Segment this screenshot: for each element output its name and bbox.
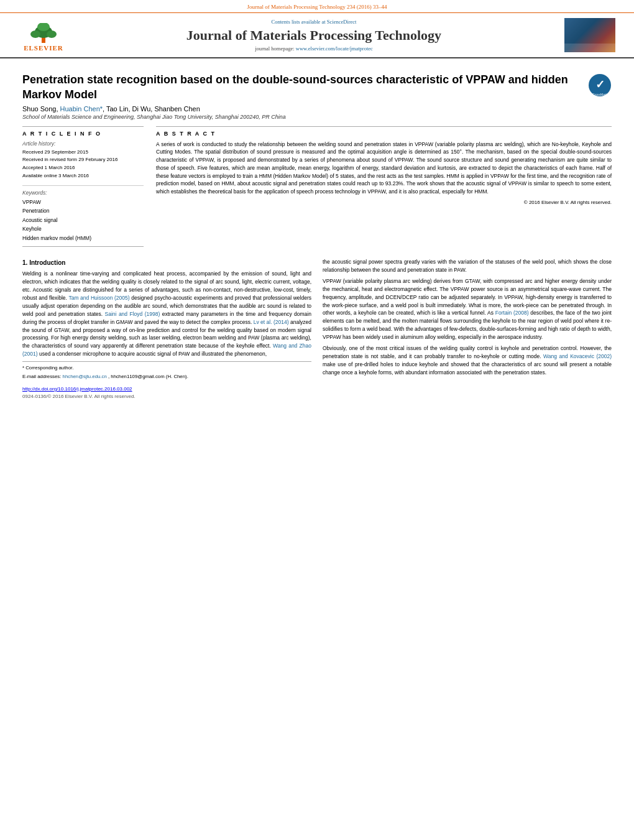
body-col-right: the acoustic signal power spectra greatl…: [323, 258, 612, 400]
footnote-corresponding: * Corresponding author.: [22, 364, 311, 372]
abstract-title: A B S T R A C T: [156, 131, 612, 137]
journal-title: Journal of Materials Processing Technolo…: [68, 27, 559, 44]
homepage-url[interactable]: www.elsevier.com/locate/jmatprotec: [296, 45, 373, 52]
elsevier-tree-icon: [28, 23, 59, 43]
keyword-4: Keyhole: [22, 224, 144, 233]
journal-citation-link[interactable]: Journal of Materials Processing Technolo…: [247, 4, 387, 10]
svg-text:CrossMark: CrossMark: [592, 93, 608, 96]
abstract-col: A B S T R A C T A series of work is cond…: [156, 126, 612, 247]
abstract-text: A series of work is conducted to study t…: [156, 141, 612, 196]
ref-lv-et-al[interactable]: Lv et al. (2014): [254, 319, 289, 325]
article-history-label: Article history:: [22, 141, 144, 147]
article-main: Penetration state recognition based on t…: [0, 58, 634, 409]
body-para-right-2: VPPAW (variable polarity plasma arc weld…: [323, 277, 612, 341]
ref-saini-floyd[interactable]: Saini and Floyd (1998): [105, 311, 160, 317]
keywords-label: Keywords:: [22, 190, 144, 196]
sciencedirect-link[interactable]: ScienceDirect: [327, 19, 357, 25]
svg-point-2: [30, 30, 40, 38]
body-para-1: Welding is a nonlinear time-varying and …: [22, 270, 311, 358]
svg-point-3: [47, 30, 57, 38]
body-content: 1. Introduction Welding is a nonlinear t…: [22, 253, 612, 400]
body-para-right-1: the acoustic signal power spectra greatl…: [323, 258, 612, 274]
top-journal-citation: Journal of Materials Processing Technolo…: [0, 0, 634, 13]
keyword-2: Penetration: [22, 206, 144, 215]
crossmark-icon: ✓ CrossMark: [588, 73, 612, 97]
journal-homepage: journal homepage: www.elsevier.com/locat…: [68, 45, 559, 52]
ref-fortain[interactable]: Fortain (2008): [495, 310, 529, 316]
article-info-abstract-section: A R T I C L E I N F O Article history: R…: [22, 126, 612, 247]
elsevier-text: ELSEVIER: [24, 44, 63, 52]
footnote-email: E-mail addresses: hhchen@sjtu.edu.cn , h…: [22, 373, 311, 381]
article-title: Penetration state recognition based on t…: [22, 72, 588, 103]
article-info-col: A R T I C L E I N F O Article history: R…: [22, 126, 144, 247]
journal-header: ELSEVIER Contents lists available at Sci…: [0, 13, 634, 58]
article-authors: Shuo Song, Huabin Chen*, Tao Lin, Di Wu,…: [22, 105, 612, 113]
body-para-right-3: Obviously, one of the most critical issu…: [323, 344, 612, 377]
journal-thumbnail: [564, 18, 615, 52]
info-divider: [22, 185, 144, 186]
article-title-section: Penetration state recognition based on t…: [22, 67, 612, 103]
article-dates: Received 29 September 2015 Received in r…: [22, 149, 144, 180]
keywords-list: VPPAW Penetration Acoustic signal Keyhol…: [22, 198, 144, 242]
doi-line: http://dx.doi.org/10.1016/j.jmatprotec.2…: [22, 385, 311, 393]
contents-available: Contents lists available at ScienceDirec…: [68, 19, 559, 25]
doi-link[interactable]: http://dx.doi.org/10.1016/j.jmatprotec.2…: [22, 386, 132, 392]
footnote-section: * Corresponding author. E-mail addresses…: [22, 361, 311, 381]
journal-header-center: Contents lists available at ScienceDirec…: [68, 19, 559, 52]
issn-line: 0924-0136/© 2016 Elsevier B.V. All right…: [22, 393, 311, 400]
ref-tam-huissoon[interactable]: Tam and Huissoon (2005): [68, 295, 129, 301]
keyword-1: VPPAW: [22, 198, 144, 206]
body-col-left: 1. Introduction Welding is a nonlinear t…: [22, 258, 311, 400]
journal-header-right: [559, 18, 615, 52]
svg-text:✓: ✓: [595, 78, 605, 91]
abstract-box: A B S T R A C T A series of work is cond…: [156, 126, 612, 205]
copyright-line: © 2016 Elsevier B.V. All rights reserved…: [156, 200, 612, 205]
elsevier-logo: ELSEVIER: [19, 19, 68, 52]
keyword-5: Hidden markov model (HMM): [22, 234, 144, 242]
article-info-title: A R T I C L E I N F O: [22, 131, 144, 137]
ref-wang-kovacevic[interactable]: Wang and Kovacevic (2002): [543, 353, 612, 359]
article-info-box: A R T I C L E I N F O Article history: R…: [22, 126, 144, 247]
available-online-date: Available online 3 March 2016: [22, 172, 144, 180]
article-affiliation: School of Materials Science and Engineer…: [22, 114, 612, 120]
received-date: Received 29 September 2015: [22, 149, 144, 157]
section-1-title: 1. Introduction: [22, 258, 311, 267]
author-huabin-chen[interactable]: Huabin Chen*: [60, 105, 103, 113]
accepted-date: Accepted 1 March 2016: [22, 164, 144, 172]
email-1[interactable]: hhchen@sjtu.edu.cn: [63, 374, 107, 379]
keyword-3: Acoustic signal: [22, 216, 144, 224]
revised-date: Received in revised form 29 February 201…: [22, 156, 144, 164]
